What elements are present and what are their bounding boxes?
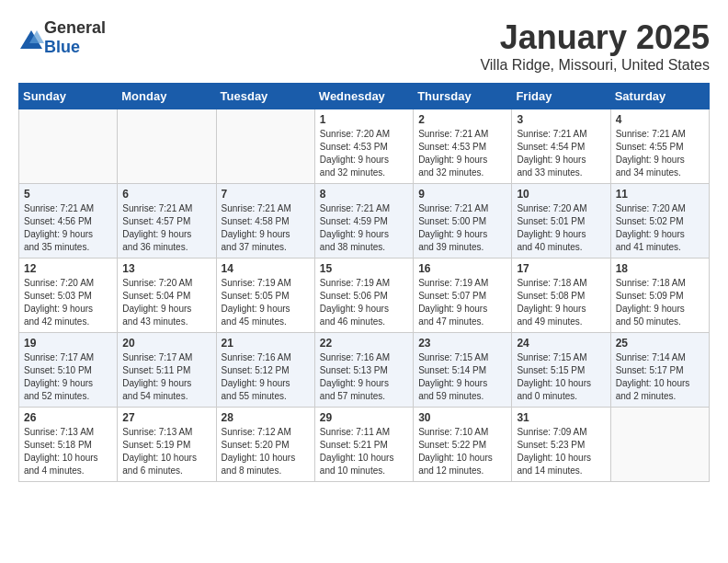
cell-info: Sunrise: 7:17 AM Sunset: 5:11 PM Dayligh… (122, 351, 210, 403)
logo: General Blue (18, 18, 106, 57)
logo-general: General (44, 18, 106, 37)
calendar-cell: 26Sunrise: 7:13 AM Sunset: 5:18 PM Dayli… (19, 408, 118, 482)
cell-info: Sunrise: 7:15 AM Sunset: 5:15 PM Dayligh… (517, 351, 605, 403)
cell-info: Sunrise: 7:16 AM Sunset: 5:12 PM Dayligh… (222, 351, 310, 403)
calendar-cell: 25Sunrise: 7:14 AM Sunset: 5:17 PM Dayli… (610, 333, 709, 408)
day-number: 4 (616, 113, 704, 126)
day-number: 23 (418, 337, 506, 350)
cell-info: Sunrise: 7:16 AM Sunset: 5:13 PM Dayligh… (320, 351, 408, 403)
calendar-cell: 27Sunrise: 7:13 AM Sunset: 5:19 PM Dayli… (118, 408, 216, 482)
calendar-cell: 14Sunrise: 7:19 AM Sunset: 5:05 PM Dayli… (216, 259, 314, 333)
calendar-cell: 12Sunrise: 7:20 AM Sunset: 5:03 PM Dayli… (19, 259, 118, 333)
calendar-cell: 5Sunrise: 7:21 AM Sunset: 4:56 PM Daylig… (19, 184, 118, 259)
day-number: 24 (517, 337, 605, 350)
calendar-cell: 1Sunrise: 7:20 AM Sunset: 4:53 PM Daylig… (314, 109, 413, 184)
calendar-cell: 3Sunrise: 7:21 AM Sunset: 4:54 PM Daylig… (512, 109, 610, 184)
day-number: 8 (320, 188, 408, 201)
calendar-cell: 20Sunrise: 7:17 AM Sunset: 5:11 PM Dayli… (118, 333, 216, 408)
logo-blue: Blue (44, 38, 80, 56)
location-title: Villa Ridge, Missouri, United States (480, 57, 710, 74)
calendar-cell: 15Sunrise: 7:19 AM Sunset: 5:06 PM Dayli… (314, 259, 413, 333)
cell-info: Sunrise: 7:21 AM Sunset: 4:53 PM Dayligh… (418, 128, 506, 179)
cell-info: Sunrise: 7:14 AM Sunset: 5:17 PM Dayligh… (616, 351, 704, 403)
cell-info: Sunrise: 7:09 AM Sunset: 5:23 PM Dayligh… (517, 426, 605, 477)
calendar-week-row: 5Sunrise: 7:21 AM Sunset: 4:56 PM Daylig… (19, 184, 710, 259)
cell-info: Sunrise: 7:21 AM Sunset: 4:59 PM Dayligh… (320, 202, 408, 254)
calendar-cell: 4Sunrise: 7:21 AM Sunset: 4:55 PM Daylig… (610, 109, 709, 184)
cell-info: Sunrise: 7:20 AM Sunset: 4:53 PM Dayligh… (320, 128, 408, 179)
cell-info: Sunrise: 7:19 AM Sunset: 5:05 PM Dayligh… (222, 277, 310, 328)
day-number: 9 (418, 188, 506, 201)
cell-info: Sunrise: 7:20 AM Sunset: 5:01 PM Dayligh… (517, 202, 605, 254)
cell-info: Sunrise: 7:19 AM Sunset: 5:07 PM Dayligh… (418, 277, 506, 328)
cell-info: Sunrise: 7:21 AM Sunset: 4:58 PM Dayligh… (222, 202, 310, 254)
calendar-cell: 23Sunrise: 7:15 AM Sunset: 5:14 PM Dayli… (414, 333, 512, 408)
header-day-monday: Monday (118, 84, 216, 109)
calendar-cell: 16Sunrise: 7:19 AM Sunset: 5:07 PM Dayli… (414, 259, 512, 333)
day-number: 10 (517, 188, 605, 201)
calendar-cell: 31Sunrise: 7:09 AM Sunset: 5:23 PM Dayli… (512, 408, 610, 482)
calendar-cell: 11Sunrise: 7:20 AM Sunset: 5:02 PM Dayli… (610, 184, 709, 259)
cell-info: Sunrise: 7:21 AM Sunset: 4:57 PM Dayligh… (122, 202, 210, 254)
day-number: 11 (616, 188, 704, 201)
cell-info: Sunrise: 7:17 AM Sunset: 5:10 PM Dayligh… (24, 351, 112, 403)
header-day-saturday: Saturday (610, 84, 709, 109)
day-number: 20 (122, 337, 210, 350)
cell-info: Sunrise: 7:15 AM Sunset: 5:14 PM Dayligh… (418, 351, 506, 403)
day-number: 2 (418, 113, 506, 126)
calendar-week-row: 19Sunrise: 7:17 AM Sunset: 5:10 PM Dayli… (19, 333, 710, 408)
cell-info: Sunrise: 7:11 AM Sunset: 5:21 PM Dayligh… (320, 426, 408, 477)
calendar-cell: 6Sunrise: 7:21 AM Sunset: 4:57 PM Daylig… (118, 184, 216, 259)
day-number: 17 (517, 262, 605, 275)
cell-info: Sunrise: 7:19 AM Sunset: 5:06 PM Dayligh… (320, 277, 408, 328)
cell-info: Sunrise: 7:20 AM Sunset: 5:04 PM Dayligh… (122, 277, 210, 328)
cell-info: Sunrise: 7:21 AM Sunset: 5:00 PM Dayligh… (418, 202, 506, 254)
calendar-cell: 24Sunrise: 7:15 AM Sunset: 5:15 PM Dayli… (512, 333, 610, 408)
calendar-cell: 17Sunrise: 7:18 AM Sunset: 5:08 PM Dayli… (512, 259, 610, 333)
cell-info: Sunrise: 7:13 AM Sunset: 5:19 PM Dayligh… (122, 426, 210, 477)
calendar-cell (118, 109, 216, 184)
header-day-thursday: Thursday (414, 84, 512, 109)
cell-info: Sunrise: 7:21 AM Sunset: 4:54 PM Dayligh… (517, 128, 605, 179)
cell-info: Sunrise: 7:20 AM Sunset: 5:03 PM Dayligh… (24, 277, 112, 328)
calendar-week-row: 1Sunrise: 7:20 AM Sunset: 4:53 PM Daylig… (19, 109, 710, 184)
header-day-wednesday: Wednesday (314, 84, 413, 109)
day-number: 27 (122, 411, 210, 424)
day-number: 28 (222, 411, 310, 424)
day-number: 5 (24, 188, 112, 201)
calendar-cell: 2Sunrise: 7:21 AM Sunset: 4:53 PM Daylig… (414, 109, 512, 184)
cell-info: Sunrise: 7:21 AM Sunset: 4:55 PM Dayligh… (616, 128, 704, 179)
calendar-cell (19, 109, 118, 184)
cell-info: Sunrise: 7:18 AM Sunset: 5:09 PM Dayligh… (616, 277, 704, 328)
day-number: 30 (418, 411, 506, 424)
calendar-cell (216, 109, 314, 184)
calendar-table: SundayMondayTuesdayWednesdayThursdayFrid… (18, 83, 710, 482)
calendar-cell: 19Sunrise: 7:17 AM Sunset: 5:10 PM Dayli… (19, 333, 118, 408)
day-number: 6 (122, 188, 210, 201)
header-day-sunday: Sunday (19, 84, 118, 109)
day-number: 21 (222, 337, 310, 350)
calendar-week-row: 12Sunrise: 7:20 AM Sunset: 5:03 PM Dayli… (19, 259, 710, 333)
calendar-cell: 21Sunrise: 7:16 AM Sunset: 5:12 PM Dayli… (216, 333, 314, 408)
title-area: January 2025 Villa Ridge, Missouri, Unit… (480, 18, 710, 74)
calendar-cell: 28Sunrise: 7:12 AM Sunset: 5:20 PM Dayli… (216, 408, 314, 482)
calendar-cell: 13Sunrise: 7:20 AM Sunset: 5:04 PM Dayli… (118, 259, 216, 333)
calendar-cell: 9Sunrise: 7:21 AM Sunset: 5:00 PM Daylig… (414, 184, 512, 259)
day-number: 14 (222, 262, 310, 275)
calendar-cell: 10Sunrise: 7:20 AM Sunset: 5:01 PM Dayli… (512, 184, 610, 259)
calendar-cell: 29Sunrise: 7:11 AM Sunset: 5:21 PM Dayli… (314, 408, 413, 482)
day-number: 13 (122, 262, 210, 275)
calendar-cell: 8Sunrise: 7:21 AM Sunset: 4:59 PM Daylig… (314, 184, 413, 259)
day-number: 16 (418, 262, 506, 275)
calendar-week-row: 26Sunrise: 7:13 AM Sunset: 5:18 PM Dayli… (19, 408, 710, 482)
logo-text: General Blue (44, 18, 106, 57)
calendar-header-row: SundayMondayTuesdayWednesdayThursdayFrid… (19, 84, 710, 109)
calendar-cell: 30Sunrise: 7:10 AM Sunset: 5:22 PM Dayli… (414, 408, 512, 482)
day-number: 26 (24, 411, 112, 424)
calendar-cell: 22Sunrise: 7:16 AM Sunset: 5:13 PM Dayli… (314, 333, 413, 408)
calendar-cell (610, 408, 709, 482)
day-number: 3 (517, 113, 605, 126)
header: General Blue January 2025 Villa Ridge, M… (18, 18, 710, 74)
header-day-tuesday: Tuesday (216, 84, 314, 109)
day-number: 29 (320, 411, 408, 424)
